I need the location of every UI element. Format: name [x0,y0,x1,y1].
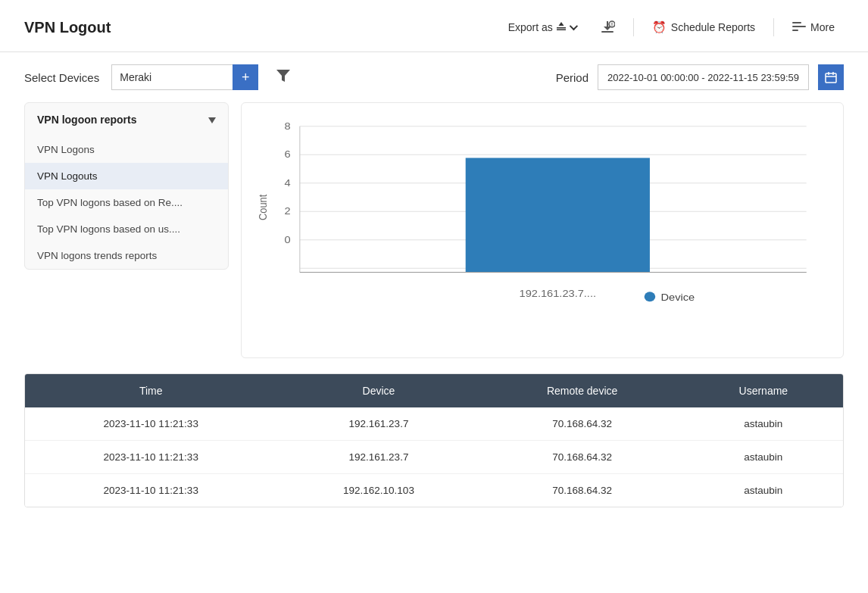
table-body: 2023-11-10 11:21:33 192.161.23.7 70.168.… [25,407,843,507]
select-devices-label: Select Devices [24,71,99,84]
svg-text:Device: Device [661,292,695,303]
cell-device: 192.161.23.7 [276,407,480,441]
col-username: Username [684,374,843,407]
svg-text:2: 2 [285,206,291,217]
sidebar-header[interactable]: VPN logoon reports [25,103,228,136]
sidebar-item-top-re[interactable]: Top VPN logons based on Re.... [25,189,228,216]
sidebar-item-label: VPN Logouts [37,170,98,182]
cell-time: 2023-11-10 11:21:33 [25,474,276,507]
chart-svg-container: 8 6 4 2 0 Count 192.161.23.7.... [254,118,825,345]
sidebar-item-label: VPN Logons [37,144,95,155]
filter-icon [276,70,290,82]
svg-rect-1 [557,29,566,30]
svg-rect-8 [792,22,801,23]
cell-username: astaubin [684,474,843,507]
cell-remote-device: 70.168.64.32 [481,474,684,507]
svg-text:6: 6 [285,149,291,160]
header: VPN Logout Export as [0,0,868,52]
svg-text:0: 0 [285,235,291,245]
main-content: VPN logoon reports VPN Logons VPN Logout… [0,102,868,358]
col-time: Time [25,374,276,407]
period-value: 2022-10-01 00:00:00 - 2022-11-15 23:59:5… [598,64,809,90]
header-divider [633,18,634,36]
page-container: VPN Logout Export as [0,0,868,593]
export-icon [556,21,567,34]
calendar-button[interactable] [818,64,844,90]
sidebar-item-vpn-logons[interactable]: VPN Logons [25,136,228,163]
filter-button[interactable] [270,67,296,88]
table-row: 2023-11-10 11:21:33 192.162.10.103 70.16… [25,474,843,507]
sidebar-chevron-icon [208,114,216,126]
svg-text:!: ! [611,22,613,27]
sidebar-item-label: Top VPN logons based on Re.... [37,197,183,208]
cell-device: 192.162.10.103 [276,474,480,507]
schedule-reports-button[interactable]: ⏰ Schedule Reports [643,16,764,39]
svg-text:Count: Count [257,195,269,220]
sidebar-item-trends[interactable]: VPN logons trends reports [25,242,228,269]
svg-rect-10 [792,30,798,31]
export-button[interactable]: Export as [499,17,585,39]
bar-device [466,158,650,273]
chart-area: 8 6 4 2 0 Count 192.161.23.7.... [241,102,844,358]
cell-device: 192.161.23.7 [276,441,480,474]
sidebar-item-label: VPN logons trends reports [37,250,157,261]
device-add-button[interactable]: + [233,64,258,90]
data-table: Time Device Remote device Username 2023-… [25,374,843,507]
device-select-wrapper: + [111,64,258,90]
sidebar-item-label: Top VPN logons based on us.... [37,223,180,235]
more-button[interactable]: More [783,17,844,39]
sidebar-header-label: VPN logoon reports [37,114,136,126]
svg-marker-2 [558,22,564,26]
bar-chart: 8 6 4 2 0 Count 192.161.23.7.... [254,118,825,345]
alarm-icon: ⏰ [652,20,667,34]
cell-remote-device: 70.168.64.32 [481,407,684,441]
sidebar: VPN logoon reports VPN Logons VPN Logout… [24,102,229,270]
svg-point-32 [645,292,656,301]
svg-marker-16 [208,117,216,123]
table-header: Time Device Remote device Username [25,374,843,407]
sidebar-item-vpn-logouts[interactable]: VPN Logouts [25,163,228,189]
col-remote-device: Remote device [481,374,684,407]
svg-text:8: 8 [285,121,291,132]
table-row: 2023-11-10 11:21:33 192.161.23.7 70.168.… [25,441,843,474]
device-select-input[interactable] [111,64,233,90]
export-label: Export as [508,21,553,33]
cell-remote-device: 70.168.64.32 [481,441,684,474]
table-header-row: Time Device Remote device Username [25,374,843,407]
cell-time: 2023-11-10 11:21:33 [25,441,276,474]
export-icon-button[interactable]: ! [591,15,624,39]
cell-username: astaubin [684,407,843,441]
chevron-down-icon [570,22,578,30]
svg-rect-3 [601,31,614,33]
svg-rect-12 [826,73,836,83]
table-row: 2023-11-10 11:21:33 192.161.23.7 70.168.… [25,407,843,441]
svg-rect-0 [557,27,566,29]
period-label: Period [556,71,589,84]
period-section: Period 2022-10-01 00:00:00 - 2022-11-15 … [556,64,844,90]
cell-time: 2023-11-10 11:21:33 [25,407,276,441]
col-device: Device [276,374,480,407]
schedule-label: Schedule Reports [671,21,755,33]
header-actions: Export as ! [499,15,844,39]
download-icon: ! [600,20,615,35]
svg-marker-11 [276,70,290,82]
svg-rect-9 [792,26,806,27]
more-icon [792,21,806,34]
header-divider-2 [773,18,774,36]
svg-text:4: 4 [285,178,291,189]
svg-text:192.161.23.7....: 192.161.23.7.... [520,288,596,298]
table-section: Time Device Remote device Username 2023-… [24,373,844,507]
toolbar: Select Devices + Period 2022-10-01 00:00… [0,52,868,102]
cell-username: astaubin [684,441,843,474]
page-title: VPN Logout [24,19,111,36]
sidebar-item-top-us[interactable]: Top VPN logons based on us.... [25,216,228,242]
calendar-icon [825,71,837,83]
more-label: More [810,21,835,33]
